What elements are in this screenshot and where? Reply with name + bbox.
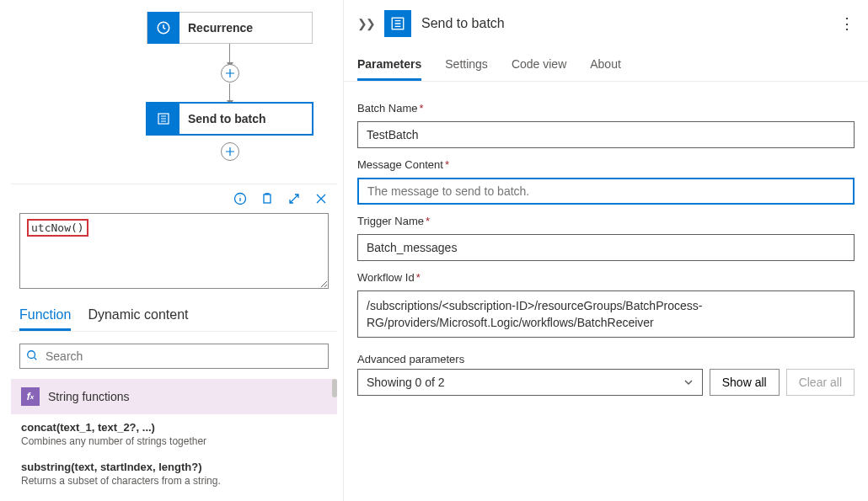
expand-icon[interactable] [287,191,302,206]
select-value: Showing 0 of 2 [367,376,445,389]
function-substring[interactable]: substring(text, startIndex, length?) Ret… [11,454,337,493]
function-description: Returns a subset of characters from a st… [21,475,327,487]
tab-about[interactable]: About [590,47,621,81]
popover-toolbar [11,184,337,213]
batch-icon [384,10,411,37]
clock-icon [147,12,179,44]
node-recurrence[interactable]: Recurrence [147,12,313,44]
workflow-canvas[interactable]: Recurrence Send to batch [0,0,343,177]
popover-tabs: Function Dynamic content [11,301,337,332]
close-icon[interactable] [313,191,329,206]
expression-popover: utcNow() Function Dynamic content fx Str… [11,184,337,501]
select-advanced-parameters[interactable]: Showing 0 of 2 [357,369,703,396]
more-icon[interactable]: ⋮ [839,14,855,33]
connector-line [229,83,230,101]
batch-icon [147,103,179,135]
function-concat[interactable]: concat(text_1, text_2?, ...) Combines an… [11,414,337,454]
label-batch-name: Batch Name* [357,102,855,115]
input-workflow-id[interactable]: /subscriptions/<subscription-ID>/resourc… [357,290,855,338]
node-label: Send to batch [188,112,266,125]
panel-title: Send to batch [421,16,829,31]
tab-code-view[interactable]: Code view [512,47,566,81]
node-send-to-batch[interactable]: Send to batch [147,103,313,135]
connector-line [229,44,230,63]
tab-settings[interactable]: Settings [445,47,488,81]
tab-parameters[interactable]: Parameters [357,47,421,81]
tab-function[interactable]: Function [19,301,71,331]
chevron-down-icon [683,377,694,387]
category-string-functions[interactable]: fx String functions [11,379,337,414]
parameters-panel: ❯❯ Send to batch ⋮ Parameters Settings C… [343,0,868,501]
search-input[interactable] [19,344,329,369]
function-signature: concat(text_1, text_2?, ...) [21,421,327,434]
svg-rect-3 [264,195,271,203]
collapse-icon[interactable]: ❯❯ [357,17,374,30]
label-workflow-id: Workflow Id* [357,271,855,284]
fx-icon: fx [21,387,40,406]
show-all-button[interactable]: Show all [710,369,780,396]
info-icon[interactable] [233,191,248,206]
category-title: String functions [48,390,130,403]
input-message-content[interactable] [357,178,855,205]
input-batch-name[interactable] [357,121,855,148]
label-trigger-name: Trigger Name* [357,215,855,227]
expression-input[interactable]: utcNow() [19,213,329,289]
panel-tabs: Parameters Settings Code view About [344,47,868,82]
expression-text: utcNow() [27,219,88,237]
node-label: Recurrence [188,21,253,35]
function-description: Combines any number of strings together [21,435,327,447]
label-advanced-parameters: Advanced parameters [357,353,703,365]
svg-point-4 [28,351,35,359]
clear-all-button: Clear all [786,369,855,396]
add-step-button[interactable] [221,64,239,83]
tab-dynamic-content[interactable]: Dynamic content [88,301,188,331]
add-step-button[interactable] [221,142,239,161]
input-trigger-name[interactable] [357,234,855,261]
search-icon [26,349,38,361]
function-signature: substring(text, startIndex, length?) [21,461,327,473]
scroll-thumb[interactable] [332,379,337,397]
clipboard-icon[interactable] [260,191,275,206]
label-message-content: Message Content* [357,158,855,171]
